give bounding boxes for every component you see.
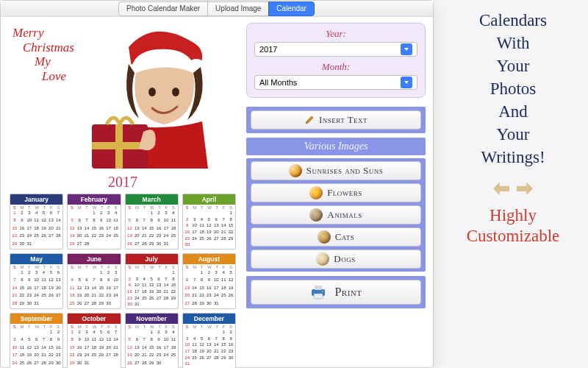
chevron-down-icon xyxy=(401,77,412,88)
month-cell-october[interactable]: OctoberSMTWTFS12345678910111213141516171… xyxy=(67,313,121,368)
image-category-list: Sunrises and Suns Flowers Animals Cats D… xyxy=(246,158,426,272)
calendar-preview-pane: Merry Christmas My Love xyxy=(1,17,243,367)
svg-point-2 xyxy=(172,88,179,96)
category-cats-button[interactable]: Cats xyxy=(251,227,421,247)
tab-calendar[interactable]: Calendar xyxy=(268,1,315,16)
insert-text-button[interactable]: Insert Text xyxy=(251,110,421,130)
promo-headline: CalendarsWithYourPhotosAndYourWritings! xyxy=(445,9,581,169)
month-header: September xyxy=(10,314,62,324)
pencil-icon xyxy=(304,115,315,125)
month-header: July xyxy=(126,254,178,264)
month-header: May xyxy=(10,254,62,264)
month-header: August xyxy=(183,254,235,264)
insert-text-strip: Insert Text xyxy=(246,107,426,133)
month-cell-may[interactable]: MaySMTWTFS123456789101112131415161718192… xyxy=(10,253,63,309)
month-cell-march[interactable]: MarchSMTWTFS1234567891011121314151617181… xyxy=(125,194,179,250)
month-cell-july[interactable]: JulySMTWTFS12345678910111213141516171819… xyxy=(125,253,179,309)
arrow-left-icon[interactable] xyxy=(493,182,509,195)
month-cell-february[interactable]: FebruarySMTWTFS1234567891011121314151617… xyxy=(67,194,121,250)
promo-subline: Highly Customizable xyxy=(445,205,581,246)
arrow-right-icon[interactable] xyxy=(517,182,533,195)
month-cell-december[interactable]: DecemberSMTWTFS1234567891011121314151617… xyxy=(182,313,236,368)
month-header: February xyxy=(68,194,120,205)
year-label: Year: xyxy=(254,28,417,40)
tab-upload-image[interactable]: Upload Image xyxy=(207,1,269,16)
chevron-down-icon xyxy=(401,43,412,55)
month-header: January xyxy=(10,194,62,205)
category-sunrises-button[interactable]: Sunrises and Suns xyxy=(251,161,421,180)
year-select[interactable]: 2017 xyxy=(254,42,417,57)
promo-sidebar: CalendarsWithYourPhotosAndYourWritings! … xyxy=(434,0,588,368)
svg-point-1 xyxy=(148,88,156,96)
year-month-selector-box: Year: 2017 Month: All Months xyxy=(246,23,426,98)
various-images-header: Various Images xyxy=(246,138,426,155)
svg-rect-8 xyxy=(314,294,323,299)
controls-column: Year: 2017 Month: All Months Insert Text… xyxy=(243,17,433,367)
svg-rect-5 xyxy=(115,124,123,169)
sun-icon xyxy=(289,164,302,177)
month-header: December xyxy=(183,314,235,324)
cat-icon xyxy=(318,230,331,244)
print-button[interactable]: Print xyxy=(251,280,421,305)
tab-photo-calendar-maker[interactable]: Photo Calendar Maker xyxy=(118,1,208,16)
category-animals-button[interactable]: Animals xyxy=(251,205,421,224)
month-cell-january[interactable]: JanuarySMTWTFS12345678910111213141516171… xyxy=(10,194,63,250)
print-strip: Print xyxy=(246,276,426,308)
month-cell-august[interactable]: AugustSMTWTFS123456789101112131415161718… xyxy=(182,253,236,309)
month-cell-november[interactable]: NovemberSMTWTFS1234567891011121314151617… xyxy=(125,313,179,368)
month-cell-june[interactable]: JuneSMTWTFS12345678910111213141516171819… xyxy=(67,253,121,309)
svg-rect-7 xyxy=(315,286,322,290)
dog-icon xyxy=(316,252,329,266)
month-cell-september[interactable]: SeptemberSMTWTFS123456789101112131415161… xyxy=(10,313,63,368)
month-header: April xyxy=(183,194,235,205)
svg-point-9 xyxy=(322,291,323,292)
month-select[interactable]: All Months xyxy=(254,75,417,90)
month-label: Month: xyxy=(254,61,417,73)
photo-preview[interactable]: Merry Christmas My Love xyxy=(8,21,236,172)
month-header: June xyxy=(68,254,120,264)
flower-icon xyxy=(309,186,323,199)
category-flowers-button[interactable]: Flowers xyxy=(251,183,421,202)
month-header: November xyxy=(126,314,178,324)
month-header: March xyxy=(126,194,178,205)
month-header: October xyxy=(68,314,120,324)
printer-icon xyxy=(309,284,327,300)
santa-photo-placeholder xyxy=(85,21,232,169)
animal-icon xyxy=(309,208,323,222)
app-window: Photo Calendar Maker Upload Image Calend… xyxy=(0,0,434,368)
month-cell-april[interactable]: AprilSMTWTFS1234567891011121314151617181… xyxy=(182,194,236,250)
year-calendar-grid: JanuarySMTWTFS12345678910111213141516171… xyxy=(8,194,237,368)
calendar-year-title: 2017 xyxy=(8,174,237,191)
photo-overlay-text: Merry Christmas My Love xyxy=(12,26,74,83)
tab-bar: Photo Calendar Maker Upload Image Calend… xyxy=(1,1,433,17)
promo-nav-arrows xyxy=(445,182,581,195)
category-dogs-button[interactable]: Dogs xyxy=(251,250,421,269)
